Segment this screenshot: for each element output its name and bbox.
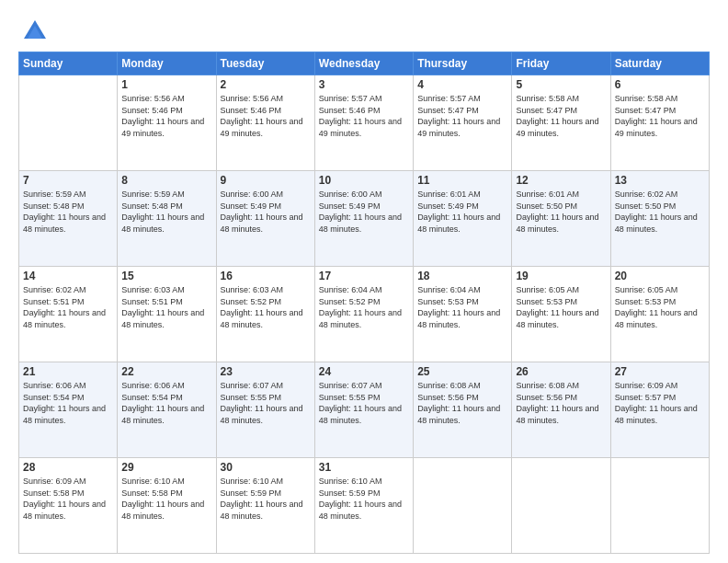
calendar-week-row: 1Sunrise: 5:56 AM Sunset: 5:46 PM Daylig… <box>19 75 710 171</box>
calendar-week-row: 14Sunrise: 6:02 AM Sunset: 5:51 PM Dayli… <box>19 267 710 362</box>
cell-info: Sunrise: 6:10 AM Sunset: 5:59 PM Dayligh… <box>221 476 311 522</box>
day-number: 21 <box>23 365 113 378</box>
cell-info: Sunrise: 6:07 AM Sunset: 5:55 PM Dayligh… <box>221 380 311 426</box>
calendar-header-cell: Monday <box>118 52 216 75</box>
calendar-table: SundayMondayTuesdayWednesdayThursdayFrid… <box>18 52 710 554</box>
calendar-cell: 25Sunrise: 6:08 AM Sunset: 5:56 PM Dayli… <box>414 362 512 458</box>
day-number: 4 <box>417 78 507 91</box>
calendar-cell: 28Sunrise: 6:09 AM Sunset: 5:58 PM Dayli… <box>19 458 118 554</box>
day-number: 3 <box>319 78 409 91</box>
calendar-cell: 24Sunrise: 6:07 AM Sunset: 5:55 PM Dayli… <box>314 362 413 458</box>
calendar-header-cell: Friday <box>512 52 610 75</box>
cell-info: Sunrise: 5:58 AM Sunset: 5:47 PM Dayligh… <box>516 93 606 139</box>
calendar-cell: 3Sunrise: 5:57 AM Sunset: 5:46 PM Daylig… <box>314 75 413 171</box>
day-number: 15 <box>121 270 211 282</box>
logo-icon <box>22 18 48 44</box>
cell-info: Sunrise: 5:58 AM Sunset: 5:47 PM Dayligh… <box>615 93 705 139</box>
day-number: 13 <box>615 174 705 187</box>
cell-info: Sunrise: 6:01 AM Sunset: 5:50 PM Dayligh… <box>516 189 606 235</box>
day-number: 7 <box>23 174 113 187</box>
cell-info: Sunrise: 6:05 AM Sunset: 5:53 PM Dayligh… <box>516 284 606 330</box>
day-number: 11 <box>417 174 507 187</box>
calendar-cell: 2Sunrise: 5:56 AM Sunset: 5:46 PM Daylig… <box>216 75 314 171</box>
day-number: 23 <box>221 365 311 378</box>
cell-info: Sunrise: 6:00 AM Sunset: 5:49 PM Dayligh… <box>221 189 311 235</box>
day-number: 31 <box>319 461 409 474</box>
calendar-header-cell: Tuesday <box>216 52 314 75</box>
cell-info: Sunrise: 6:01 AM Sunset: 5:49 PM Dayligh… <box>417 189 507 235</box>
cell-info: Sunrise: 6:03 AM Sunset: 5:51 PM Dayligh… <box>121 284 211 330</box>
calendar-cell: 9Sunrise: 6:00 AM Sunset: 5:49 PM Daylig… <box>216 171 314 267</box>
calendar-week-row: 28Sunrise: 6:09 AM Sunset: 5:58 PM Dayli… <box>19 458 710 554</box>
calendar-header-row: SundayMondayTuesdayWednesdayThursdayFrid… <box>19 52 710 75</box>
day-number: 20 <box>615 270 705 282</box>
day-number: 9 <box>221 174 311 187</box>
calendar-cell: 6Sunrise: 5:58 AM Sunset: 5:47 PM Daylig… <box>610 75 709 171</box>
day-number: 2 <box>221 78 311 91</box>
calendar-cell: 15Sunrise: 6:03 AM Sunset: 5:51 PM Dayli… <box>118 267 216 362</box>
day-number: 14 <box>23 270 113 282</box>
cell-info: Sunrise: 5:59 AM Sunset: 5:48 PM Dayligh… <box>121 189 211 235</box>
calendar-cell: 30Sunrise: 6:10 AM Sunset: 5:59 PM Dayli… <box>216 458 314 554</box>
day-number: 5 <box>516 78 606 91</box>
cell-info: Sunrise: 6:04 AM Sunset: 5:52 PM Dayligh… <box>319 284 409 330</box>
cell-info: Sunrise: 6:02 AM Sunset: 5:50 PM Dayligh… <box>615 189 705 235</box>
day-number: 27 <box>615 365 705 378</box>
day-number: 16 <box>221 270 311 282</box>
calendar-header-cell: Saturday <box>610 52 709 75</box>
day-number: 10 <box>319 174 409 187</box>
cell-info: Sunrise: 6:07 AM Sunset: 5:55 PM Dayligh… <box>319 380 409 426</box>
cell-info: Sunrise: 6:04 AM Sunset: 5:53 PM Dayligh… <box>417 284 507 330</box>
day-number: 25 <box>417 365 507 378</box>
cell-info: Sunrise: 5:57 AM Sunset: 5:47 PM Dayligh… <box>417 93 507 139</box>
calendar-week-row: 21Sunrise: 6:06 AM Sunset: 5:54 PM Dayli… <box>19 362 710 458</box>
cell-info: Sunrise: 6:09 AM Sunset: 5:57 PM Dayligh… <box>615 380 705 426</box>
day-number: 22 <box>121 365 211 378</box>
calendar-cell: 17Sunrise: 6:04 AM Sunset: 5:52 PM Dayli… <box>314 267 413 362</box>
cell-info: Sunrise: 6:09 AM Sunset: 5:58 PM Dayligh… <box>23 476 113 522</box>
day-number: 29 <box>121 461 211 474</box>
cell-info: Sunrise: 5:56 AM Sunset: 5:46 PM Dayligh… <box>221 93 311 139</box>
calendar-cell: 16Sunrise: 6:03 AM Sunset: 5:52 PM Dayli… <box>216 267 314 362</box>
calendar-cell: 13Sunrise: 6:02 AM Sunset: 5:50 PM Dayli… <box>610 171 709 267</box>
calendar-cell: 5Sunrise: 5:58 AM Sunset: 5:47 PM Daylig… <box>512 75 610 171</box>
calendar-header-cell: Wednesday <box>314 52 413 75</box>
cell-info: Sunrise: 6:05 AM Sunset: 5:53 PM Dayligh… <box>615 284 705 330</box>
calendar-cell: 4Sunrise: 5:57 AM Sunset: 5:47 PM Daylig… <box>414 75 512 171</box>
day-number: 12 <box>516 174 606 187</box>
cell-info: Sunrise: 6:02 AM Sunset: 5:51 PM Dayligh… <box>23 284 113 330</box>
cell-info: Sunrise: 6:06 AM Sunset: 5:54 PM Dayligh… <box>23 380 113 426</box>
day-number: 8 <box>121 174 211 187</box>
calendar-cell <box>19 75 118 171</box>
cell-info: Sunrise: 5:59 AM Sunset: 5:48 PM Dayligh… <box>23 189 113 235</box>
calendar-week-row: 7Sunrise: 5:59 AM Sunset: 5:48 PM Daylig… <box>19 171 710 267</box>
calendar-cell: 20Sunrise: 6:05 AM Sunset: 5:53 PM Dayli… <box>610 267 709 362</box>
calendar-cell <box>414 458 512 554</box>
calendar-cell: 26Sunrise: 6:08 AM Sunset: 5:56 PM Dayli… <box>512 362 610 458</box>
calendar-cell <box>512 458 610 554</box>
calendar-page: SundayMondayTuesdayWednesdayThursdayFrid… <box>0 0 728 563</box>
calendar-cell: 19Sunrise: 6:05 AM Sunset: 5:53 PM Dayli… <box>512 267 610 362</box>
day-number: 19 <box>516 270 606 282</box>
cell-info: Sunrise: 6:06 AM Sunset: 5:54 PM Dayligh… <box>121 380 211 426</box>
header <box>18 15 710 44</box>
cell-info: Sunrise: 5:56 AM Sunset: 5:46 PM Dayligh… <box>121 93 211 139</box>
cell-info: Sunrise: 6:10 AM Sunset: 5:58 PM Dayligh… <box>121 476 211 522</box>
calendar-cell: 14Sunrise: 6:02 AM Sunset: 5:51 PM Dayli… <box>19 267 118 362</box>
cell-info: Sunrise: 5:57 AM Sunset: 5:46 PM Dayligh… <box>319 93 409 139</box>
calendar-cell: 31Sunrise: 6:10 AM Sunset: 5:59 PM Dayli… <box>314 458 413 554</box>
day-number: 18 <box>417 270 507 282</box>
calendar-cell: 22Sunrise: 6:06 AM Sunset: 5:54 PM Dayli… <box>118 362 216 458</box>
calendar-cell: 18Sunrise: 6:04 AM Sunset: 5:53 PM Dayli… <box>414 267 512 362</box>
cell-info: Sunrise: 6:08 AM Sunset: 5:56 PM Dayligh… <box>417 380 507 426</box>
calendar-cell: 10Sunrise: 6:00 AM Sunset: 5:49 PM Dayli… <box>314 171 413 267</box>
calendar-header-cell: Thursday <box>414 52 512 75</box>
day-number: 30 <box>221 461 311 474</box>
calendar-cell: 11Sunrise: 6:01 AM Sunset: 5:49 PM Dayli… <box>414 171 512 267</box>
calendar-cell: 12Sunrise: 6:01 AM Sunset: 5:50 PM Dayli… <box>512 171 610 267</box>
calendar-cell: 27Sunrise: 6:09 AM Sunset: 5:57 PM Dayli… <box>610 362 709 458</box>
day-number: 6 <box>615 78 705 91</box>
day-number: 17 <box>319 270 409 282</box>
cell-info: Sunrise: 6:08 AM Sunset: 5:56 PM Dayligh… <box>516 380 606 426</box>
calendar-cell <box>610 458 709 554</box>
